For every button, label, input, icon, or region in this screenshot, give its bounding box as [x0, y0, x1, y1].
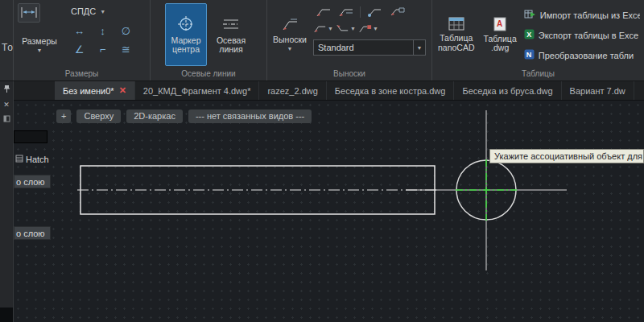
- export-table-button[interactable]: X Экспорт таблицы в Exce: [524, 26, 640, 44]
- leader-tools-row-2: ▼ ▼ ▼: [313, 20, 426, 37]
- table-dwg-button[interactable]: A Таблица .dwg: [481, 3, 519, 66]
- dim-vertical-icon: ↕: [100, 25, 105, 37]
- tab-label: Без имени0*: [63, 86, 114, 96]
- tab-document-untitled[interactable]: Без имени0* ✕: [55, 81, 135, 100]
- chevron-down-icon: ▼: [417, 45, 423, 51]
- hatch-label: Hatch: [26, 155, 49, 164]
- export-table-label: Экспорт таблицы в Exce: [539, 31, 638, 40]
- left-dock-strip: ✕: [0, 81, 14, 322]
- dim-angle-button[interactable]: ∠: [68, 40, 91, 59]
- svg-text:X: X: [526, 31, 531, 39]
- tab-document-razez[interactable]: razez_2.dwg: [259, 81, 326, 100]
- clipped-left-toolbar: Тo: [0, 0, 14, 80]
- import-table-button[interactable]: Импорт таблицы из Exce: [524, 6, 640, 24]
- panel-handle-icon[interactable]: [3, 115, 10, 124]
- import-excel-icon: [524, 9, 536, 21]
- dim-baseline-icon: ⌐: [100, 43, 106, 56]
- hatch-icon: [15, 155, 23, 164]
- leader-multi-button[interactable]: [336, 5, 356, 19]
- tab-close-icon[interactable]: ✕: [119, 85, 126, 96]
- tab-document-kmd-fragment[interactable]: 20_КМД_Фрагмент 4.dwg*: [135, 81, 260, 100]
- viewport-view-button[interactable]: Сверху: [76, 109, 121, 123]
- viewport-add-label: +: [61, 111, 66, 121]
- leader-multi-icon: [338, 6, 354, 18]
- group-label-axis-lines: Осевые линии: [151, 68, 266, 80]
- import-table-label: Импорт таблицы из Exce: [540, 10, 640, 20]
- group-label-tables: Таблицы: [432, 68, 644, 80]
- table-icon: [448, 17, 464, 32]
- dim-tolerance-button[interactable]: ≅: [114, 40, 138, 59]
- chevron-down-icon: ▼: [100, 9, 105, 14]
- leader-add-button[interactable]: ▼: [313, 22, 333, 36]
- tab-document-besedka-kostra[interactable]: Беседка в зоне костра.dwg: [327, 81, 455, 100]
- properties-bylayer-combobox-2[interactable]: о слою: [14, 226, 51, 240]
- leader-chain-button[interactable]: [387, 5, 407, 19]
- leader-node-button[interactable]: [365, 5, 385, 19]
- pin-icon[interactable]: [3, 85, 10, 95]
- leader-style-combobox[interactable]: Standard ▼: [313, 39, 426, 56]
- tab-document-besedka-brusa[interactable]: Беседка из бруса.dwg: [454, 81, 561, 100]
- leader-simple-icon: [316, 6, 332, 18]
- center-marker-button[interactable]: Маркер центра: [165, 3, 207, 66]
- document-tab-bar: Без имени0* ✕ 20_КМД_Фрагмент 4.dwg* raz…: [14, 81, 644, 101]
- leader-simple-button[interactable]: [313, 5, 333, 19]
- dock-footer-block: [0, 308, 13, 322]
- ribbon-group-tables: Таблица nanoCAD A Таблица .dwg Импорт та…: [432, 0, 644, 80]
- viewport-visual-style-button[interactable]: 2D-каркас: [126, 109, 183, 123]
- linear-dimension-button[interactable]: [18, 3, 40, 23]
- leader-remove-icon: [336, 23, 349, 34]
- bylayer-value: о слою: [16, 229, 45, 238]
- viewport-view-label: Сверху: [84, 111, 114, 121]
- work-column: Без имени0* ✕ 20_КМД_Фрагмент 4.dwg* raz…: [14, 81, 644, 322]
- tab-label: 20_КМД_Фрагмент 4.dwg*: [143, 86, 251, 96]
- combobox-dropdown-button[interactable]: ▼: [413, 40, 425, 55]
- tab-document-variant7[interactable]: Вариант 7.dw: [562, 81, 634, 100]
- dim-diameter-button[interactable]: ∅: [114, 22, 138, 40]
- center-marker-icon: [177, 15, 195, 35]
- properties-input-field[interactable]: [14, 130, 47, 143]
- leader-node-icon: [367, 6, 383, 18]
- dim-baseline-button[interactable]: ⌐: [91, 40, 114, 59]
- table-dwg-label: Таблица .dwg: [483, 35, 518, 53]
- leader-style-value: Standard: [314, 43, 413, 52]
- spds-dropdown-button[interactable]: СПДС ▼: [68, 3, 138, 19]
- close-icon[interactable]: ✕: [3, 101, 10, 109]
- dimensions-dropdown-button[interactable]: Размеры ▼: [18, 27, 61, 63]
- tab-label: Беседка в зоне костра.dwg: [335, 86, 446, 96]
- chevron-down-icon: ▼: [37, 47, 43, 53]
- group-label-dimensions: Размеры: [14, 68, 150, 80]
- leader-align-button[interactable]: ▼: [358, 22, 378, 36]
- table-dwg-icon: A: [493, 17, 507, 33]
- viewport-linked-views-button[interactable]: --- нет связанных видов ---: [188, 109, 312, 123]
- tab-label: Вариант 7.dw: [570, 86, 625, 96]
- dim-horizontal-button[interactable]: ↔: [68, 22, 91, 40]
- dimensions-dropdown-label: Размеры: [22, 37, 57, 47]
- viewport-style-label: 2D-каркас: [134, 111, 175, 121]
- convert-tables-label: Преобразование табли: [539, 51, 634, 60]
- properties-row-hatch[interactable]: Hatch: [14, 153, 49, 165]
- table-nanocad-button[interactable]: Таблица nanoCAD: [436, 3, 477, 66]
- dim-vertical-button[interactable]: ↕: [91, 22, 114, 40]
- axis-line-icon: [222, 15, 240, 35]
- chevron-down-icon: ▼: [287, 46, 293, 52]
- viewport-add-button[interactable]: +: [56, 109, 71, 123]
- tab-label: razez_2.dwg: [267, 86, 317, 96]
- drawing-geometry: [14, 101, 644, 322]
- leader-chain-icon: [390, 6, 406, 18]
- axis-line-button[interactable]: Осевая линия: [210, 3, 252, 66]
- tooltip-text: Укажите ассоциативный объект для: [494, 151, 642, 161]
- drawing-canvas[interactable]: + Сверху 2D-каркас --- нет связанных вид…: [14, 101, 644, 322]
- svg-text:N: N: [526, 51, 532, 59]
- tab-label: Беседка из бруса.dwg: [462, 86, 552, 96]
- leaders-dropdown-button[interactable]: Выноски ▼: [271, 3, 308, 66]
- group-label-leaders: Выноски: [267, 68, 431, 80]
- leader-align-icon: [358, 23, 372, 34]
- chevron-down-icon: ▼: [350, 26, 356, 31]
- center-marker-label: Маркер центра: [167, 36, 205, 55]
- convert-tables-button[interactable]: N Преобразование табли: [524, 46, 640, 64]
- leader-remove-button[interactable]: ▼: [336, 22, 356, 36]
- dim-tolerance-icon: ≅: [122, 43, 130, 56]
- properties-bylayer-combobox-1[interactable]: о слою: [14, 175, 51, 188]
- clipped-toolbar-text: Тo: [2, 42, 13, 53]
- dim-angle-icon: ∠: [75, 43, 85, 56]
